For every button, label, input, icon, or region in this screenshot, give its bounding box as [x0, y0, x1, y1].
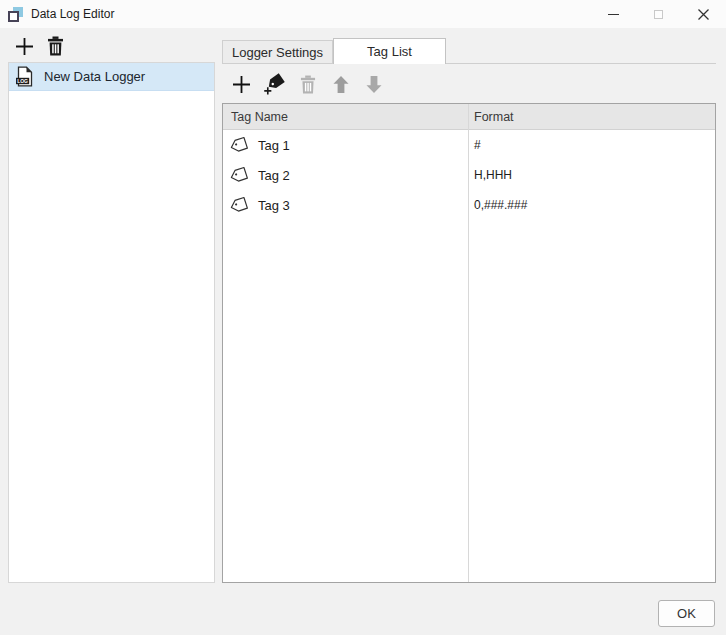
tab-logger-settings[interactable]: Logger Settings	[222, 40, 333, 64]
table-header: Tag Name Format	[223, 104, 715, 130]
svg-text:LOG: LOG	[17, 78, 28, 84]
tab-logger-settings-label: Logger Settings	[232, 45, 323, 60]
delete-logger-button[interactable]	[47, 36, 64, 56]
tag-plus-icon	[263, 72, 286, 96]
tag-row-3[interactable]: Tag 3 0,###.###	[223, 190, 715, 220]
trash-icon	[300, 75, 316, 94]
tag-name: Tag 2	[258, 168, 290, 183]
logger-toolbar	[14, 33, 64, 59]
column-header-format: Format	[468, 110, 715, 124]
close-button[interactable]	[681, 0, 726, 28]
window-controls	[591, 0, 726, 28]
data-log-editor-window: Data Log Editor	[0, 0, 726, 635]
tab-strip-baseline	[222, 63, 716, 64]
add-tag-from-list-button[interactable]	[263, 72, 286, 96]
tag-format: H,HHH	[468, 168, 715, 182]
close-icon	[697, 8, 710, 21]
add-logger-button[interactable]	[14, 36, 35, 57]
tag-format: 0,###.###	[468, 198, 715, 212]
logger-list-item-selected[interactable]: LOG New Data Logger	[9, 63, 214, 91]
add-tag-button[interactable]	[230, 72, 253, 96]
logger-item-label: New Data Logger	[44, 69, 145, 84]
delete-tag-button[interactable]	[296, 72, 319, 96]
tag-icon	[229, 166, 249, 184]
tag-table: Tag Name Format Tag 1 #	[222, 103, 716, 583]
move-tag-up-button[interactable]	[329, 72, 352, 96]
tab-tag-list[interactable]: Tag List	[333, 38, 446, 64]
tag-icon	[229, 136, 249, 154]
window-title: Data Log Editor	[31, 7, 114, 21]
tag-name: Tag 3	[258, 198, 290, 213]
column-divider	[468, 104, 469, 582]
column-header-tag-name: Tag Name	[223, 110, 468, 124]
tag-icon	[229, 196, 249, 214]
tab-tag-list-label: Tag List	[367, 44, 412, 59]
logger-list: LOG New Data Logger	[8, 62, 215, 583]
tag-name: Tag 1	[258, 138, 290, 153]
tag-toolbar	[230, 68, 385, 100]
tag-row-2[interactable]: Tag 2 H,HHH	[223, 160, 715, 190]
maximize-button[interactable]	[636, 0, 681, 28]
tag-format: #	[468, 138, 715, 152]
log-file-icon: LOG	[15, 66, 34, 87]
plus-icon	[14, 36, 35, 57]
move-tag-down-button[interactable]	[362, 72, 385, 96]
app-logo-icon	[8, 7, 23, 22]
maximize-icon	[654, 10, 663, 19]
ok-button[interactable]: OK	[658, 600, 715, 627]
arrow-down-icon	[365, 75, 383, 94]
minimize-button[interactable]	[591, 0, 636, 28]
tag-row-1[interactable]: Tag 1 #	[223, 130, 715, 160]
minimize-icon	[608, 14, 619, 15]
arrow-up-icon	[332, 75, 350, 94]
plus-icon	[231, 74, 252, 95]
trash-icon	[47, 36, 64, 56]
titlebar: Data Log Editor	[0, 0, 726, 28]
